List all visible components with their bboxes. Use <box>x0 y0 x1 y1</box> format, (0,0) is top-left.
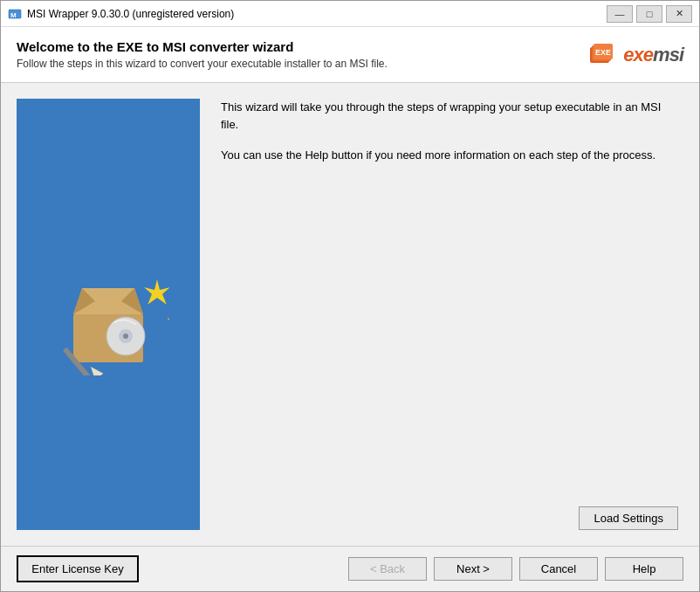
back-button[interactable]: < Back <box>348 557 427 581</box>
wizard-subtitle: Follow the steps in this wizard to conve… <box>17 58 388 70</box>
help-button[interactable]: Help <box>605 557 683 581</box>
svg-text:M: M <box>10 11 17 19</box>
footer-right: < Back Next > Cancel Help <box>348 557 683 581</box>
cancel-button[interactable]: Cancel <box>519 557 598 581</box>
maximize-button[interactable]: □ <box>636 5 662 23</box>
title-bar: M MSI Wrapper 9.0.30.0 (unregistered ver… <box>1 1 699 27</box>
content-area: This wizard will take you through the st… <box>1 83 699 546</box>
svg-marker-13 <box>144 279 169 305</box>
logo-ex: exe <box>623 44 653 65</box>
blue-panel <box>17 99 200 530</box>
logo-icon: EXE <box>588 42 620 68</box>
main-window: M MSI Wrapper 9.0.30.0 (unregistered ver… <box>0 0 700 592</box>
footer: Enter License Key < Back Next > Cancel H… <box>1 546 699 591</box>
logo: EXE exemsi <box>588 42 683 68</box>
close-button[interactable]: ✕ <box>666 5 692 23</box>
next-button[interactable]: Next > <box>434 557 512 581</box>
logo-emsi: msi <box>653 44 683 65</box>
footer-left: Enter License Key <box>17 555 139 582</box>
package-svg <box>47 253 169 375</box>
svg-marker-14 <box>167 313 169 332</box>
load-settings-button[interactable]: Load Settings <box>579 506 678 530</box>
description-paragraph2: You can use the Help button if you need … <box>221 147 678 164</box>
svg-marker-16 <box>86 363 103 375</box>
app-icon: M <box>8 7 22 21</box>
wizard-title: Welcome to the EXE to MSI converter wiza… <box>17 39 388 54</box>
svg-text:EXE: EXE <box>595 48 611 57</box>
window-title: MSI Wrapper 9.0.30.0 (unregistered versi… <box>27 8 607 20</box>
description-paragraph1: This wizard will take you through the st… <box>221 99 678 133</box>
svg-point-12 <box>123 334 128 339</box>
header: Welcome to the EXE to MSI converter wiza… <box>1 27 699 83</box>
right-panel: This wizard will take you through the st… <box>200 83 699 546</box>
enter-license-button[interactable]: Enter License Key <box>17 555 139 582</box>
header-text: Welcome to the EXE to MSI converter wiza… <box>17 39 388 70</box>
load-settings-area: Load Settings <box>221 178 678 538</box>
minimize-button[interactable]: — <box>607 5 633 23</box>
window-controls: — □ ✕ <box>607 5 692 23</box>
logo-text: exemsi <box>623 44 683 66</box>
installer-graphic <box>17 99 200 530</box>
